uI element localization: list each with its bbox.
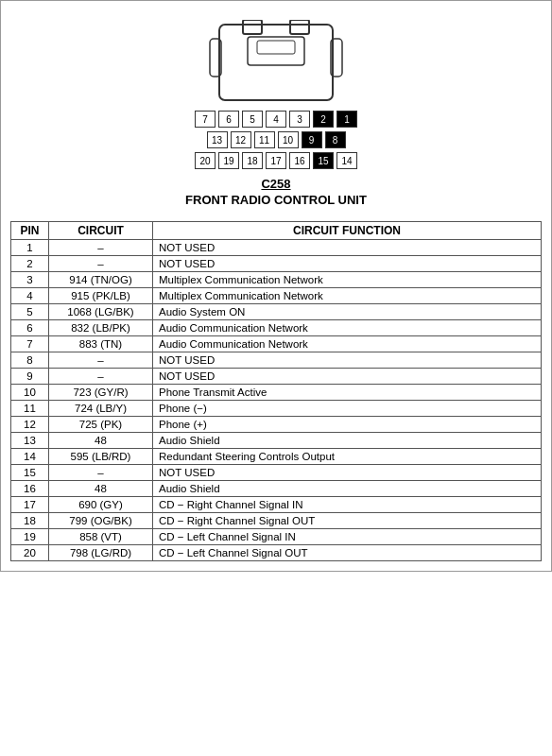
- cell-pin: 8: [11, 352, 49, 369]
- cell-circuit: 799 (OG/BK): [49, 513, 153, 529]
- table-row: 2–NOT USED: [11, 256, 542, 272]
- pin-12: 12: [231, 131, 251, 148]
- pin-20: 20: [195, 152, 216, 169]
- table-row: 51068 (LG/BK)Audio System ON: [11, 304, 542, 320]
- pin-row-1: 7654321: [195, 111, 357, 128]
- cell-function: CD − Left Channel Signal IN: [153, 529, 542, 545]
- table-row: 19858 (VT)CD − Left Channel Signal IN: [11, 529, 542, 545]
- pin-table: PIN CIRCUIT CIRCUIT FUNCTION 1–NOT USED2…: [10, 221, 542, 561]
- cell-function: Audio Shield: [153, 433, 542, 449]
- cell-circuit: 690 (GY): [49, 497, 153, 513]
- connector-title: FRONT RADIO CONTROL UNIT: [185, 193, 367, 207]
- pin-8: 8: [325, 131, 346, 148]
- cell-pin: 4: [11, 288, 49, 304]
- cell-pin: 19: [11, 529, 49, 545]
- pin-9: 9: [302, 131, 322, 148]
- cell-circuit: –: [49, 369, 153, 385]
- cell-circuit: 723 (GY/R): [49, 385, 153, 401]
- cell-circuit: 915 (PK/LB): [49, 288, 153, 304]
- pin-13: 13: [207, 131, 228, 148]
- cell-function: CD − Left Channel Signal OUT: [153, 545, 542, 561]
- cell-circuit: –: [49, 240, 153, 256]
- pin-row-3: 20191817161514: [195, 152, 357, 169]
- cell-circuit: –: [49, 256, 153, 272]
- cell-pin: 6: [11, 320, 49, 336]
- svg-rect-4: [257, 41, 295, 54]
- table-row: 4915 (PK/LB)Multiplex Communication Netw…: [11, 288, 542, 304]
- cell-pin: 14: [11, 449, 49, 465]
- cell-circuit: 48: [49, 481, 153, 497]
- table-row: 15–NOT USED: [11, 465, 542, 481]
- cell-function: Audio Communication Network: [153, 336, 542, 352]
- cell-function: Phone (−): [153, 401, 542, 417]
- cell-function: Multiplex Communication Network: [153, 288, 542, 304]
- cell-circuit: 832 (LB/PK): [49, 320, 153, 336]
- header-circuit: CIRCUIT: [49, 222, 153, 240]
- cell-pin: 1: [11, 240, 49, 256]
- cell-pin: 11: [11, 401, 49, 417]
- table-row: 18799 (OG/BK)CD − Right Channel Signal O…: [11, 513, 542, 529]
- cell-function: Audio Communication Network: [153, 320, 542, 336]
- cell-function: Phone Transmit Active: [153, 385, 542, 401]
- table-row: 17690 (GY)CD − Right Channel Signal IN: [11, 497, 542, 513]
- pin-15: 15: [313, 152, 334, 169]
- pin-4: 4: [266, 111, 286, 128]
- table-row: 1348Audio Shield: [11, 433, 542, 449]
- header-pin: PIN: [11, 222, 49, 240]
- cell-pin: 12: [11, 417, 49, 433]
- pin-7: 7: [195, 111, 216, 128]
- cell-function: Audio Shield: [153, 481, 542, 497]
- cell-pin: 13: [11, 433, 49, 449]
- cell-circuit: 724 (LB/Y): [49, 401, 153, 417]
- table-row: 1648Audio Shield: [11, 481, 542, 497]
- table-row: 1–NOT USED: [11, 240, 542, 256]
- pin-11: 11: [254, 131, 275, 148]
- connector-diagram: 7654321 1312111098 20191817161514 C258 F…: [10, 10, 542, 217]
- pin-3: 3: [289, 111, 310, 128]
- cell-circuit: –: [49, 352, 153, 369]
- pin-1: 1: [336, 111, 357, 128]
- cell-circuit: 914 (TN/OG): [49, 272, 153, 288]
- table-row: 6832 (LB/PK)Audio Communication Network: [11, 320, 542, 336]
- table-row: 14595 (LB/RD)Redundant Steering Controls…: [11, 449, 542, 465]
- cell-circuit: 48: [49, 433, 153, 449]
- pin-19: 19: [218, 152, 239, 169]
- cell-function: Multiplex Communication Network: [153, 272, 542, 288]
- cell-circuit: 798 (LG/RD): [49, 545, 153, 561]
- pin-6: 6: [218, 111, 239, 128]
- pin-16: 16: [289, 152, 310, 169]
- cell-function: NOT USED: [153, 369, 542, 385]
- cell-circuit: –: [49, 465, 153, 481]
- cell-pin: 7: [11, 336, 49, 352]
- cell-function: Audio System ON: [153, 304, 542, 320]
- pin-rows: 7654321 1312111098 20191817161514: [195, 111, 357, 169]
- cell-pin: 3: [11, 272, 49, 288]
- cell-pin: 18: [11, 513, 49, 529]
- cell-function: Redundant Steering Controls Output: [153, 449, 542, 465]
- table-row: 8–NOT USED: [11, 352, 542, 369]
- header-function: CIRCUIT FUNCTION: [153, 222, 542, 240]
- cell-function: NOT USED: [153, 256, 542, 272]
- table-row: 3914 (TN/OG)Multiplex Communication Netw…: [11, 272, 542, 288]
- svg-rect-2: [290, 20, 309, 34]
- cell-pin: 2: [11, 256, 49, 272]
- cell-function: CD − Right Channel Signal IN: [153, 497, 542, 513]
- cell-function: Phone (+): [153, 417, 542, 433]
- table-row: 10723 (GY/R)Phone Transmit Active: [11, 385, 542, 401]
- cell-function: NOT USED: [153, 465, 542, 481]
- pin-18: 18: [242, 152, 263, 169]
- svg-rect-1: [243, 20, 262, 34]
- cell-pin: 20: [11, 545, 49, 561]
- pin-row-2: 1312111098: [207, 131, 346, 148]
- table-row: 9–NOT USED: [11, 369, 542, 385]
- cell-pin: 9: [11, 369, 49, 385]
- cell-function: NOT USED: [153, 352, 542, 369]
- cell-function: NOT USED: [153, 240, 542, 256]
- pin-10: 10: [278, 131, 299, 148]
- table-row: 12725 (PK)Phone (+): [11, 417, 542, 433]
- pin-17: 17: [266, 152, 286, 169]
- cell-pin: 10: [11, 385, 49, 401]
- cell-circuit: 725 (PK): [49, 417, 153, 433]
- cell-circuit: 595 (LB/RD): [49, 449, 153, 465]
- pin-14: 14: [336, 152, 357, 169]
